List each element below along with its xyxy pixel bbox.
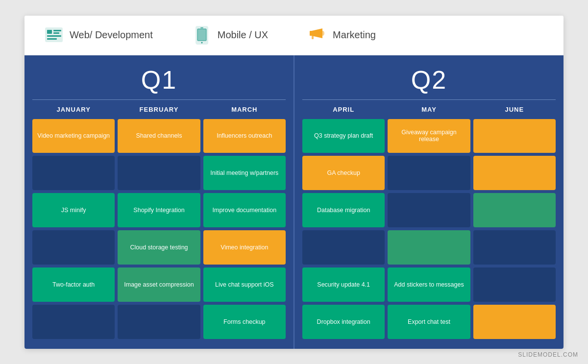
task-cell	[473, 230, 556, 265]
svg-rect-13	[312, 36, 314, 39]
q2-title: Q2	[302, 65, 556, 95]
mobile-ux-label: Mobile / UX	[218, 29, 268, 41]
svg-rect-12	[310, 31, 313, 36]
svg-rect-4	[47, 35, 61, 37]
svg-rect-10	[200, 27, 203, 28]
task-cell	[473, 267, 556, 302]
task-cell: Two-factor auth	[32, 267, 115, 302]
task-cell: Giveaway campaign release	[388, 119, 470, 153]
task-cell	[32, 230, 115, 265]
svg-point-9	[201, 42, 202, 43]
task-cell	[473, 305, 556, 339]
q1-tasks-grid: Video marketing campaignShared channelsI…	[32, 119, 286, 339]
task-cell: Add stickers to messages	[388, 267, 470, 302]
q2-section: Q2 APRIL MAY JUNE Q3 strategy plan draft…	[294, 55, 564, 349]
task-cell	[118, 305, 200, 339]
task-cell: Shared channels	[118, 119, 200, 153]
task-cell: Initial meeting w/partners	[203, 156, 286, 190]
q2-month-apr: APRIL	[302, 104, 385, 115]
task-cell: Database migration	[302, 193, 385, 227]
task-cell: Vimeo integration	[203, 230, 286, 265]
task-cell: Video marketing campaign	[32, 119, 115, 153]
task-cell: Live chat support iOS	[203, 267, 286, 302]
q1-month-headers: JANUARY FEBRUARY MARCH	[32, 104, 286, 115]
task-cell: JS minify	[32, 193, 115, 227]
task-cell	[473, 119, 556, 153]
svg-rect-5	[47, 38, 57, 40]
task-cell: Security update 4.1	[302, 267, 385, 302]
task-cell	[118, 156, 200, 190]
task-cell: Improve documentation	[203, 193, 286, 227]
q1-section: Q1 JANUARY FEBRUARY MARCH Video marketin…	[24, 55, 294, 349]
task-cell: Dropbox integration	[302, 305, 385, 339]
web-dev-label: Web/ Development	[70, 29, 153, 41]
q1-divider	[32, 99, 286, 100]
svg-point-14	[321, 31, 324, 36]
main-content: Q1 JANUARY FEBRUARY MARCH Video marketin…	[24, 55, 564, 349]
legend-web: Web/ Development	[44, 25, 153, 45]
svg-rect-7	[197, 29, 206, 41]
svg-rect-1	[47, 30, 52, 34]
marketing-icon	[307, 25, 327, 45]
q2-divider	[302, 99, 556, 100]
q2-month-headers: APRIL MAY JUNE	[302, 104, 556, 115]
svg-rect-3	[53, 32, 59, 34]
q1-month-mar: MARCH	[203, 104, 286, 115]
task-cell: Cloud storage testing	[118, 230, 200, 265]
mobile-ux-icon	[192, 25, 212, 45]
task-cell	[32, 156, 115, 190]
legend-mobile: Mobile / UX	[192, 25, 268, 45]
task-cell	[302, 230, 385, 265]
task-cell	[388, 230, 470, 265]
task-cell: Influencers outreach	[203, 119, 286, 153]
legend-marketing: Marketing	[307, 25, 376, 45]
header: Web/ Development Mobile / UX	[24, 16, 564, 55]
slide-container: Web/ Development Mobile / UX	[24, 16, 564, 349]
task-cell: Export chat test	[388, 305, 470, 339]
task-cell: Q3 strategy plan draft	[302, 119, 385, 153]
task-cell: Image asset compression	[118, 267, 200, 302]
task-cell: Forms checkup	[203, 305, 286, 339]
marketing-label: Marketing	[333, 29, 376, 41]
q1-title: Q1	[32, 65, 286, 95]
task-cell	[388, 193, 470, 227]
task-cell	[473, 193, 556, 227]
q2-month-may: MAY	[388, 104, 470, 115]
task-cell: Shopify Integration	[118, 193, 200, 227]
svg-rect-2	[53, 30, 61, 31]
q2-tasks-grid: Q3 strategy plan draftGiveaway campaign …	[302, 119, 556, 339]
web-dev-icon	[44, 25, 64, 45]
q2-month-jun: JUNE	[473, 104, 556, 115]
q1-month-jan: JANUARY	[32, 104, 115, 115]
task-cell	[32, 305, 115, 339]
task-cell: GA checkup	[302, 156, 385, 190]
q1-month-feb: FEBRUARY	[118, 104, 200, 115]
task-cell	[473, 156, 556, 190]
watermark: SLIDEMODEL.COM	[518, 351, 578, 358]
task-cell	[388, 156, 470, 190]
